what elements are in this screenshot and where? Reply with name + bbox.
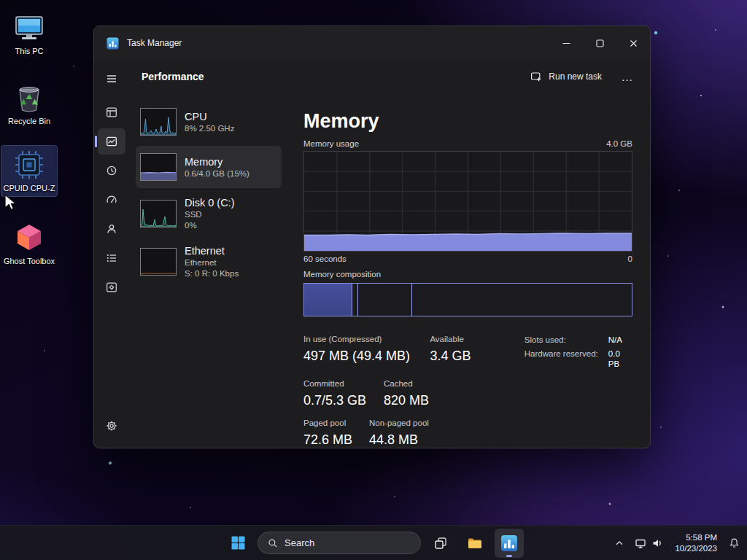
- cpu-sparkline-graph: [141, 109, 176, 135]
- cpu-z-icon: [13, 149, 45, 181]
- desktop-icon-this-pc[interactable]: This PC: [1, 9, 57, 59]
- page-header: Performance Run new task ...: [129, 60, 650, 93]
- perf-item-memory[interactable]: Memory 0.6/4.0 GB (15%): [136, 146, 282, 188]
- hamburger-menu-button[interactable]: [98, 66, 125, 92]
- recycle-bin-icon: [13, 82, 45, 114]
- search-icon: [268, 538, 278, 548]
- ethernet-sparkline: [140, 248, 177, 276]
- clock-date: 10/23/2023: [675, 543, 717, 554]
- taskbar: Search: [0, 525, 747, 560]
- tray-overflow-button[interactable]: [610, 529, 629, 558]
- memory-composition-label: Memory composition: [303, 270, 632, 279]
- stat-paged-pool: Paged pool 72.6 MB: [303, 418, 369, 448]
- taskbar-task-manager-icon: [500, 534, 518, 552]
- composition-standby-segment: [358, 284, 413, 316]
- timeline-start-label: 60 seconds: [303, 254, 347, 263]
- nav-processes[interactable]: [98, 99, 125, 125]
- window-titlebar[interactable]: Task Manager: [94, 26, 650, 60]
- detail-title: Memory: [303, 109, 632, 133]
- timeline-end-label: 0: [628, 254, 632, 263]
- minimize-button[interactable]: [549, 26, 583, 60]
- taskbar-search[interactable]: Search: [258, 532, 421, 554]
- desktop-icon-label: This PC: [15, 47, 43, 56]
- run-new-task-icon: [530, 71, 542, 82]
- tray-chevron-icon: [614, 538, 624, 548]
- desktop: This PC Recycle Bin CPUID CPU-Z Ghost: [0, 0, 747, 560]
- minimize-icon: [561, 38, 572, 49]
- nav-settings[interactable]: [98, 413, 125, 439]
- performance-icon: [106, 136, 117, 147]
- perf-item-cpu[interactable]: CPU 8% 2.50 GHz: [136, 101, 282, 143]
- task-view-button[interactable]: [426, 529, 455, 558]
- perf-item-ethernet[interactable]: Ethernet Ethernet S: 0 R: 0 Kbps: [136, 239, 282, 284]
- ethernet-sparkline-graph: [141, 249, 176, 275]
- file-explorer-icon: [467, 535, 483, 551]
- close-icon: [628, 38, 639, 49]
- notification-center-button[interactable]: [724, 529, 744, 558]
- disk-sparkline-graph: [141, 201, 176, 227]
- desktop-icon-label: Recycle Bin: [8, 117, 50, 126]
- memory-sparkline: [140, 153, 177, 181]
- close-button[interactable]: [616, 26, 650, 60]
- stat-cached: Cached 820 MB: [384, 378, 429, 408]
- nav-app-history[interactable]: [98, 158, 125, 184]
- app-history-icon: [106, 165, 117, 176]
- nav-performance[interactable]: [98, 128, 125, 155]
- stat-in-use: In use (Compressed) 497 MB (49.4 MB): [303, 334, 430, 364]
- users-icon: [106, 223, 117, 235]
- desktop-icon-recycle-bin[interactable]: Recycle Bin: [1, 79, 57, 129]
- maximize-button[interactable]: [583, 26, 616, 60]
- network-icon: [635, 537, 646, 549]
- memory-detail-panel: Memory Memory usage 4.0 GB: [282, 101, 650, 448]
- memory-sparkline-graph: [141, 154, 176, 180]
- tray-network-volume-button[interactable]: [630, 529, 667, 558]
- processes-icon: [106, 106, 117, 118]
- maximize-icon: [595, 38, 605, 49]
- nav-users[interactable]: [98, 216, 125, 242]
- stat-available: Available 3.4 GB: [430, 334, 476, 364]
- nav-details[interactable]: [98, 245, 125, 271]
- disk-sparkline: [140, 200, 177, 228]
- memory-stats: In use (Compressed) 497 MB (49.4 MB) Ava…: [303, 334, 632, 448]
- nav-services[interactable]: [98, 274, 125, 300]
- details-icon: [106, 252, 117, 264]
- services-icon: [106, 281, 117, 293]
- cursor-arrow-icon: [4, 194, 19, 211]
- composition-modified-segment: [352, 284, 357, 316]
- task-manager-app-icon: [107, 37, 119, 50]
- run-new-task-label: Run new task: [549, 71, 602, 82]
- file-explorer-button[interactable]: [460, 529, 489, 558]
- taskbar-clock[interactable]: 5:58 PM 10/23/2023: [669, 532, 723, 554]
- composition-in-use-segment: [304, 284, 352, 316]
- start-icon: [231, 536, 245, 550]
- more-options-button[interactable]: ...: [615, 66, 640, 88]
- this-pc-icon: [13, 12, 45, 44]
- memory-composition-bar: [303, 283, 632, 316]
- window-controls: [549, 26, 650, 60]
- task-manager-window: Task Manager: [93, 26, 651, 448]
- memory-usage-graph: [303, 151, 632, 252]
- stat-side-details: Slots used: N/A Hardware reserved: 0.0 P…: [525, 334, 632, 369]
- memory-usage-label: Memory usage: [303, 139, 359, 148]
- notification-bell-icon: [729, 537, 740, 548]
- desktop-icon-cpuid-cpu-z[interactable]: CPUID CPU-Z: [1, 146, 57, 196]
- nav-startup-apps[interactable]: [98, 187, 125, 213]
- more-options-icon: ...: [622, 71, 633, 83]
- stat-committed: Committed 0.7/5.3 GB: [303, 378, 384, 408]
- startup-apps-icon: [106, 194, 117, 206]
- run-new-task-button[interactable]: Run new task: [522, 66, 611, 88]
- desktop-icon-label: Ghost Toolbox: [4, 257, 55, 266]
- settings-gear-icon: [106, 420, 117, 432]
- wallpaper-stars: [0, 0, 1, 1]
- task-view-icon: [433, 536, 448, 551]
- start-button[interactable]: [223, 529, 252, 558]
- taskbar-task-manager-button[interactable]: [495, 529, 524, 558]
- memory-scale-max: 4.0 GB: [606, 139, 632, 148]
- perf-item-disk[interactable]: Disk 0 (C:) SSD 0%: [136, 191, 282, 236]
- cpu-sparkline: [140, 108, 177, 136]
- desktop-icon-label: CPUID CPU-Z: [4, 184, 55, 193]
- navigation-rail: [94, 60, 129, 448]
- volume-icon: [651, 537, 663, 549]
- desktop-icon-ghost-toolbox[interactable]: Ghost Toolbox: [1, 219, 57, 269]
- memory-usage-graph-plot: [304, 152, 632, 251]
